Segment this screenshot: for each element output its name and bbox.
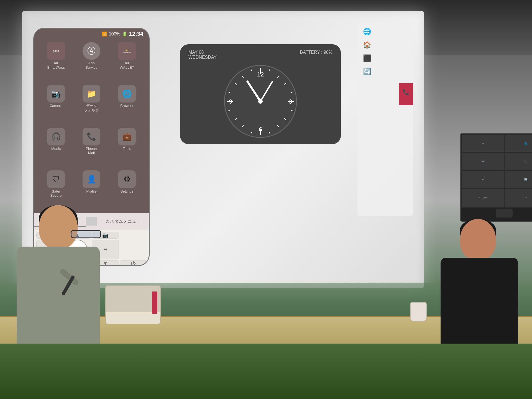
browser-label: Browser <box>120 104 134 108</box>
phonemail-label: Phone/Mail <box>86 147 97 155</box>
app-item-camera[interactable]: 📷 Camera <box>40 85 72 125</box>
svg-text:6: 6 <box>259 126 262 133</box>
signal-icon: 📶 <box>102 31 107 37</box>
app-item-safesecure[interactable]: 🛡 Safe/Secure <box>40 170 72 210</box>
clock-face: 12 3 6 9 <box>222 63 299 140</box>
monitor-mini-content: ☰ 🌐 📷 ⬛ ⚙ 🔄 メニュー ↩ <box>461 134 532 208</box>
settings-label: Settings <box>121 189 134 194</box>
monitor-mini-item-2: 🌐 <box>505 135 532 152</box>
table-cup <box>410 302 427 321</box>
clock-battery: BATTERY : 90% <box>300 50 332 60</box>
app-item-settings[interactable]: ⚙ Settings <box>111 170 143 210</box>
phonemail-icon: 📞 <box>83 128 100 145</box>
tools-label: Tools <box>123 147 131 151</box>
person-left-head <box>39 205 78 249</box>
phone-screen: 📶 100% 🔋 12:34 pass auSmartPass <box>34 29 149 213</box>
app-item-browser[interactable]: 🌐 Browser <box>111 85 143 125</box>
monitor: ☰ 🌐 📷 ⬛ ⚙ 🔄 メニュー ↩ <box>460 133 532 222</box>
right-panel-icons: 🌐 🏠 ⬛ 🔄 <box>357 22 413 81</box>
right-panel: 🌐 🏠 ⬛ 🔄 📞 <box>357 22 413 216</box>
right-panel-red-button[interactable]: 📞 <box>399 83 413 105</box>
monitor-mini-item-5: ⚙ <box>462 171 504 188</box>
laptop <box>105 285 161 324</box>
clock-day: WEDNESDAY <box>188 55 217 60</box>
battery-icon: 🔋 <box>122 31 127 37</box>
clock-header: MAY 08 WEDNESDAY BATTERY : 90% <box>188 50 332 60</box>
app-item-wallet[interactable]: au WALLET auWALLET <box>111 42 143 82</box>
clock-date-day: MAY 08 WEDNESDAY <box>188 50 217 60</box>
monitor-mini-item-1: ☰ <box>462 135 504 152</box>
monitor-menu-label: メニュー <box>462 189 504 207</box>
clock-svg: 12 3 6 9 <box>222 63 299 140</box>
datafolder-label: データフォルダ <box>84 104 99 112</box>
battery-pct: 100% <box>109 32 120 37</box>
wallet-icon: au WALLET <box>118 42 136 60</box>
phone-status-bar: 📶 100% 🔋 12:34 <box>34 29 149 39</box>
music-icon: 🎧 <box>47 128 65 145</box>
tools-icon: 💼 <box>118 128 136 145</box>
svg-text:12: 12 <box>257 71 264 78</box>
right-panel-icon-home[interactable]: 🏠 <box>363 41 407 49</box>
app-item-smartpass[interactable]: pass auSmartPass <box>40 42 72 82</box>
smartpass-label: auSmartPass <box>47 61 65 70</box>
clock-date: MAY 08 <box>188 50 217 55</box>
right-panel-icon-globe[interactable]: 🌐 <box>363 28 407 35</box>
clock-time: 12:34 <box>129 31 143 37</box>
safesecure-icon: 🛡 <box>47 170 65 188</box>
monitor-mini-item-7: ↩ <box>505 189 532 207</box>
monitor-screen: ☰ 🌐 📷 ⬛ ⚙ 🔄 メニュー ↩ <box>461 134 532 208</box>
vegetation <box>0 344 532 399</box>
svg-text:9: 9 <box>229 98 232 105</box>
person-right-head <box>460 219 496 260</box>
profile-label: Profile <box>86 189 97 194</box>
svg-text:3: 3 <box>289 98 292 105</box>
clock-widget: MAY 08 WEDNESDAY BATTERY : 90% <box>180 44 341 144</box>
camera-label: Camera <box>50 104 62 108</box>
appservice-label: AppService <box>85 61 97 70</box>
music-label: Music <box>51 147 61 151</box>
app-item-phonemail[interactable]: 📞 Phone/Mail <box>75 128 108 168</box>
phone-app-grid: pass auSmartPass Ⓐ AppService au <box>34 39 149 213</box>
app-item-appservice[interactable]: Ⓐ AppService <box>75 42 108 82</box>
scene-bottom <box>0 283 532 399</box>
monitor-stand <box>496 209 513 218</box>
safesecure-label: Safe/Secure <box>50 189 62 198</box>
person-right <box>438 219 521 344</box>
person-left <box>11 205 116 344</box>
app-item-tools[interactable]: 💼 Tools <box>111 128 143 168</box>
person-right-body <box>441 258 518 344</box>
monitor-mini-item-4: ⬛ <box>505 153 532 170</box>
datafolder-icon: 📁 <box>83 85 100 103</box>
profile-icon: 👤 <box>83 170 100 188</box>
person-left-glasses <box>71 230 101 238</box>
camera-icon: 📷 <box>47 85 65 103</box>
svg-point-27 <box>258 99 263 104</box>
wallet-label: auWALLET <box>120 61 134 70</box>
laptop-red-stripe <box>152 291 157 314</box>
browser-icon: 🌐 <box>118 85 136 103</box>
right-panel-icon-square[interactable]: ⬛ <box>363 54 407 62</box>
person-left-body <box>17 247 100 344</box>
smartpass-icon: pass <box>47 42 65 60</box>
appservice-icon: Ⓐ <box>83 42 100 60</box>
right-panel-icon-refresh[interactable]: 🔄 <box>363 68 407 75</box>
app-item-music[interactable]: 🎧 Music <box>40 128 72 168</box>
power-button[interactable]: ⏻ <box>120 260 147 266</box>
monitor-mini-item-3: 📷 <box>462 153 504 170</box>
app-item-datafolder[interactable]: 📁 データフォルダ <box>75 85 108 125</box>
monitor-mini-item-6: 🔄 <box>505 171 532 188</box>
app-item-profile[interactable]: 👤 Profile <box>75 170 108 210</box>
settings-icon: ⚙ <box>118 170 136 188</box>
